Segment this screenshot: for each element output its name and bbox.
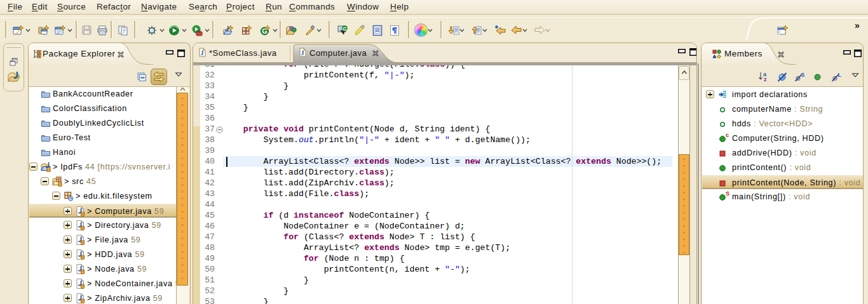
svg-text:J: J — [201, 50, 204, 56]
svg-text:S: S — [801, 72, 805, 78]
svg-text:z: z — [764, 76, 767, 83]
svg-text:J: J — [301, 50, 304, 56]
svg-text:C: C — [343, 26, 347, 32]
svg-text:L: L — [838, 72, 841, 78]
